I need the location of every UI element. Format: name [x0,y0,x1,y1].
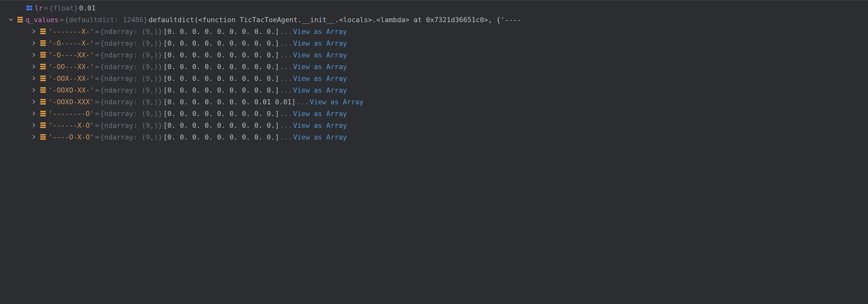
svg-rect-22 [40,78,46,79]
svg-rect-30 [40,111,46,112]
variable-row-child[interactable]: '-OOX--XX-'={ndarray: (9,)}[0. 0. 0. 0. … [0,73,868,84]
variable-row-child[interactable]: '-O----XX-'={ndarray: (9,)}[0. 0. 0. 0. … [0,49,868,61]
svg-rect-1 [30,5,32,7]
svg-text:10: 10 [27,6,29,8]
view-as-array-link[interactable]: View as Array [293,121,347,129]
variable-row-child[interactable]: '-OOXO-XX-'={ndarray: (9,)}[0. 0. 0. 0. … [0,84,868,96]
view-as-array-link[interactable]: View as Array [293,63,347,71]
variable-name: lr [35,4,43,12]
equals-sign: = [44,4,48,12]
variable-row-child[interactable]: '-OO---XX-'={ndarray: (9,)}[0. 0. 0. 0. … [0,61,868,73]
dict-icon [17,17,24,23]
svg-rect-23 [40,80,46,81]
array-icon [40,76,46,81]
array-icon [40,99,46,105]
equals-sign: = [95,51,99,59]
view-as-array-link[interactable]: View as Array [310,98,364,106]
dict-key: '-O-----X-' [49,39,94,47]
type-hint: {ndarray: (9,)} [100,133,162,141]
chevron-right-icon[interactable] [31,63,37,70]
svg-rect-25 [40,89,46,91]
svg-rect-17 [40,56,46,58]
view-as-array-link[interactable]: View as Array [293,110,347,117]
chevron-right-icon[interactable] [31,87,37,93]
view-as-array-link[interactable]: View as Array [293,86,347,94]
equals-sign: = [95,98,99,106]
svg-rect-34 [40,125,46,126]
chevron-right-icon[interactable] [31,110,37,117]
svg-rect-10 [40,31,46,32]
type-hint: {float} [49,4,78,12]
equals-sign: = [95,110,99,117]
chevron-right-icon[interactable] [31,75,37,82]
view-as-array-link[interactable]: View as Array [293,28,347,35]
equals-sign: = [95,121,99,129]
svg-rect-32 [40,115,46,116]
svg-rect-15 [40,52,46,54]
equals-sign: = [95,28,99,35]
variable-value: [0. 0. 0. 0. 0. 0. 0. 0. 0.] [163,28,279,35]
dict-key: '------X-O' [49,121,94,129]
equals-sign: = [95,63,99,71]
view-as-array-link[interactable]: View as Array [293,75,347,82]
type-hint: {ndarray: (9,)} [100,75,162,82]
variable-row-child[interactable]: '-OOXO-XXX'={ndarray: (9,)}[0. 0. 0. 0. … [0,96,868,108]
chevron-right-icon[interactable] [31,40,37,47]
svg-rect-18 [40,64,46,65]
chevron-right-icon[interactable] [31,28,37,35]
svg-rect-26 [40,91,46,93]
svg-rect-33 [40,122,46,124]
type-hint: {ndarray: (9,)} [100,121,162,129]
svg-rect-11 [40,33,46,34]
type-hint: {ndarray: (9,)} [100,51,162,59]
variable-value: 0.01 [79,4,96,12]
variable-row-child[interactable]: '-O-----X-'={ndarray: (9,)}[0. 0. 0. 0. … [0,37,868,49]
chevron-right-icon[interactable] [31,99,37,105]
svg-rect-6 [17,17,23,18]
dict-key: '--------O' [49,110,94,117]
svg-rect-12 [40,40,46,42]
variable-name: q_values [26,16,59,24]
type-hint: {ndarray: (9,)} [100,39,162,47]
variable-row-child[interactable]: '--------O'={ndarray: (9,)}[0. 0. 0. 0. … [0,108,868,119]
variable-row-child[interactable]: '------X-O'={ndarray: (9,)}[0. 0. 0. 0. … [0,119,868,131]
variable-row-q-values[interactable]: q_values = {defaultdict: 12486} defaultd… [0,14,868,26]
svg-rect-37 [40,136,46,138]
chevron-right-icon[interactable] [31,52,37,58]
variable-row-child[interactable]: '-------X-'={ndarray: (9,)}[0. 0. 0. 0. … [0,26,868,37]
variable-value: [0. 0. 0. 0. 0. 0. 0. 0. 0.] [163,51,279,59]
chevron-down-icon[interactable] [8,16,14,23]
ellipsis: ... [280,133,292,141]
chevron-right-icon[interactable] [31,122,37,129]
array-icon [40,40,46,46]
dict-key: '-OOXO-XX-' [49,86,94,94]
svg-rect-31 [40,113,46,114]
variable-value: [0. 0. 0. 0. 0. 0. 0. 0. 0.] [163,39,279,47]
chevron-placeholder [17,5,24,11]
view-as-array-link[interactable]: View as Array [293,51,347,59]
variable-value: [0. 0. 0. 0. 0. 0. 0. 0. 0.] [163,86,279,94]
variable-row-child[interactable]: '----O-X-O'={ndarray: (9,)}[0. 0. 0. 0. … [0,131,868,143]
ellipsis: ... [280,86,292,94]
svg-rect-27 [40,99,46,101]
view-as-array-link[interactable]: View as Array [293,133,347,141]
svg-rect-24 [40,87,46,89]
type-hint: {ndarray: (9,)} [100,110,162,117]
svg-rect-20 [40,68,46,70]
svg-rect-14 [40,45,46,46]
svg-rect-21 [40,76,46,77]
type-hint: {ndarray: (9,)} [100,63,162,71]
array-icon [40,64,46,70]
type-hint: {ndarray: (9,)} [100,98,162,106]
variable-row-lr[interactable]: 1001 lr = {float} 0.01 [0,2,868,14]
chevron-right-icon[interactable] [31,134,37,140]
ellipsis: ... [280,110,292,117]
variable-value: [0. 0. 0. 0. 0. 0. 0. 0.01 0.01] [163,98,296,106]
dict-key: '-OOX--XX-' [49,75,94,82]
svg-text:01: 01 [27,9,29,11]
array-icon [40,122,46,128]
svg-rect-36 [40,134,46,136]
view-as-array-link[interactable]: View as Array [293,39,347,47]
dict-key: '-------X-' [49,28,94,35]
variable-value: defaultdict(<function TicTacToeAgent.__i… [149,16,521,24]
